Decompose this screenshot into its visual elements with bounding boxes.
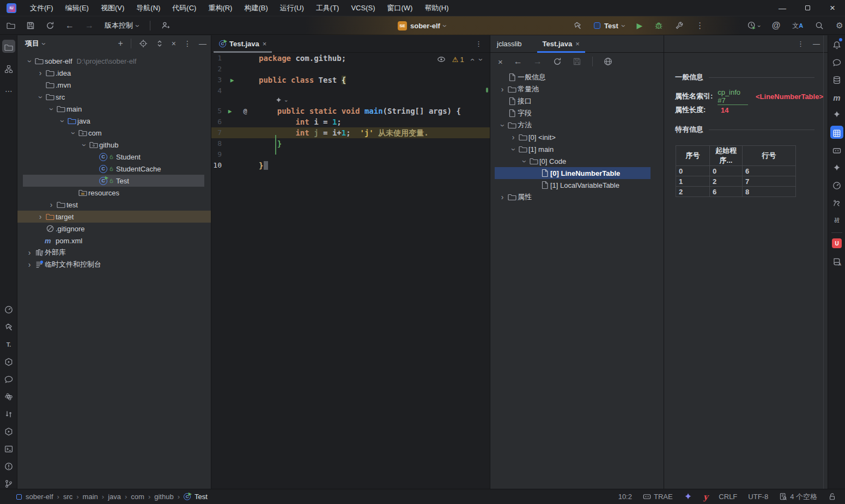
tree-item-pom[interactable]: m pom.xml <box>17 235 211 247</box>
translation-book-icon[interactable]: A <box>828 254 845 269</box>
tree-item-src[interactable]: › src <box>17 91 211 103</box>
code-line[interactable]: 2 <box>211 64 490 75</box>
code-line[interactable]: 8 } <box>211 138 490 149</box>
add-user-icon[interactable] <box>161 21 170 30</box>
column-header-index[interactable]: 序号 <box>676 146 710 166</box>
bc-item-fields[interactable]: 字段 <box>490 107 664 119</box>
structure-tool-icon[interactable] <box>0 62 17 77</box>
build-tool-icon[interactable] <box>0 319 17 335</box>
code-line[interactable]: 6 int i = 1; <box>211 116 490 127</box>
menu-file[interactable]: 文件(F) <box>24 0 59 16</box>
services-tool-icon[interactable] <box>0 424 17 439</box>
bc-item-localvariabletable[interactable]: [1] LocalVariableTable <box>490 179 664 191</box>
menu-code[interactable]: 代码(C) <box>166 0 202 16</box>
breadcrumb-item[interactable]: sober-elf <box>26 493 53 501</box>
notifications-icon[interactable] <box>828 38 845 53</box>
tree-item-test-class[interactable]: C▶ Test <box>17 175 211 187</box>
code-line[interactable]: 4 <box>211 85 490 96</box>
tree-item-main[interactable]: › main <box>17 103 211 115</box>
breadcrumb-item[interactable]: com <box>131 493 144 501</box>
bc-item-code[interactable]: › [0] Code <box>490 155 664 167</box>
project-tool-icon[interactable] <box>0 40 17 55</box>
ai-inlay-widget[interactable]: › <box>275 97 287 104</box>
next-problem-icon[interactable]: › <box>477 58 485 61</box>
code-line[interactable]: 5 ▶ @ public static void main(String[] a… <box>211 106 490 116</box>
red-plugin-icon[interactable]: U <box>828 236 845 251</box>
settings-gear-icon[interactable]: ⚙ <box>836 21 843 30</box>
vcs-update-tool-icon[interactable] <box>0 407 17 422</box>
sync-icon[interactable] <box>46 21 54 30</box>
menu-edit[interactable]: 编辑(E) <box>59 0 95 16</box>
tree-item-project-root[interactable]: › sober-elf D:\project\sober-elf <box>17 55 211 67</box>
menu-vcs[interactable]: VCS(S) <box>345 0 381 16</box>
encoding-widget[interactable]: UTF-8 <box>748 493 768 501</box>
bc-item-methods[interactable]: › 方法 <box>490 119 664 131</box>
tree-item-resources[interactable]: resources <box>17 187 211 199</box>
code-editor[interactable]: 1 package com.github; 2 3 ▶ public class… <box>211 53 490 489</box>
tree-item-external-libraries[interactable]: › 外部库 <box>17 247 211 259</box>
menu-refactor[interactable]: 重构(R) <box>202 0 238 16</box>
tree-item-student[interactable]: C Student <box>17 151 211 163</box>
menu-help[interactable]: 帮助(H) <box>418 0 454 16</box>
translation-engine-icon[interactable]: y <box>703 492 708 502</box>
hide-panel-icon[interactable]: — <box>199 39 206 48</box>
column-header-start-pc[interactable]: 起始程序... <box>710 146 743 166</box>
menu-build[interactable]: 构建(B) <box>238 0 273 16</box>
trae-widget[interactable]: TRAE <box>643 493 673 501</box>
run-tool-icon[interactable] <box>0 354 17 370</box>
open-folder-icon[interactable] <box>7 21 15 30</box>
more-tool-windows-icon[interactable]: ⋯ <box>0 83 17 99</box>
bc-item-interfaces[interactable]: 接口 <box>490 95 664 107</box>
ai-status-icon[interactable] <box>684 493 692 501</box>
table-row[interactable]: 1 2 7 <box>676 176 796 187</box>
chat-tool-icon[interactable] <box>0 372 17 387</box>
constant-pool-link[interactable]: cp_info #7 <box>718 88 748 105</box>
editor-tab-test-java[interactable]: C▶ Test.java × <box>214 35 272 53</box>
ai-actions-icon[interactable] <box>828 161 845 176</box>
translate-icon[interactable]: 文 A <box>792 21 803 30</box>
close-file-icon[interactable]: × <box>498 57 503 66</box>
run-configuration-selector[interactable]: Test › <box>594 22 624 30</box>
run-class-gutter-icon[interactable]: ▶ <box>228 76 236 84</box>
search-everywhere-icon[interactable] <box>815 21 824 30</box>
close-tab-icon[interactable]: × <box>575 40 580 48</box>
close-tab-icon[interactable]: × <box>263 40 267 48</box>
breadcrumb-item[interactable]: Test <box>194 493 208 501</box>
todo-tool-icon[interactable]: T. <box>0 337 17 352</box>
ai-assistant-icon[interactable]: @ <box>772 21 781 30</box>
problems-tool-icon[interactable] <box>0 459 17 474</box>
trae-tool-icon[interactable] <box>828 143 845 158</box>
editor-options-icon[interactable]: ⋮ <box>475 40 482 48</box>
tree-item-test-folder[interactable]: › test <box>17 199 211 211</box>
cursor-position-widget[interactable]: 10:2 <box>618 493 632 501</box>
tree-item-scratches[interactable]: › 临时文件和控制台 <box>17 259 211 271</box>
more-tools-wrench-icon[interactable] <box>675 21 684 30</box>
tree-item-mvn[interactable]: .mvn <box>17 79 211 91</box>
forward-icon[interactable]: → <box>533 57 542 66</box>
menu-navigate[interactable]: 导航(N) <box>130 0 166 16</box>
highlighting-eye-icon[interactable] <box>437 55 446 64</box>
breadcrumb-item[interactable]: java <box>108 493 121 501</box>
tree-item-github[interactable]: › github <box>17 139 211 151</box>
bc-item-constant-pool[interactable]: › 常量池 <box>490 83 664 95</box>
window-close-button[interactable]: × <box>820 0 845 16</box>
bc-item-main[interactable]: › [1] main <box>490 143 664 155</box>
tree-item-target[interactable]: › target <box>17 211 211 223</box>
run-button[interactable]: ▶ <box>636 21 642 30</box>
run-main-gutter-icon[interactable]: ▶ <box>226 107 234 115</box>
tree-item-idea[interactable]: › .idea <box>17 67 211 79</box>
back-icon[interactable]: ← <box>65 21 74 30</box>
save-all-icon[interactable] <box>26 21 35 30</box>
save-icon[interactable] <box>573 57 581 66</box>
ai-chat-icon[interactable] <box>828 55 845 70</box>
breadcrumb-item[interactable]: src <box>63 493 72 501</box>
jclasslib-tab-test-java[interactable]: Test.java × <box>537 35 585 53</box>
version-control-widget[interactable]: 版本控制 › <box>105 21 139 30</box>
previous-problem-icon[interactable]: › <box>467 58 475 61</box>
table-row[interactable]: 2 6 8 <box>676 187 796 197</box>
database-icon[interactable] <box>828 72 845 88</box>
window-maximize-button[interactable] <box>795 0 820 16</box>
column-header-line-number[interactable]: 行号 <box>743 146 796 166</box>
build-hammer-icon[interactable] <box>573 21 582 30</box>
ai-plugin-tool-icon[interactable] <box>0 389 17 404</box>
